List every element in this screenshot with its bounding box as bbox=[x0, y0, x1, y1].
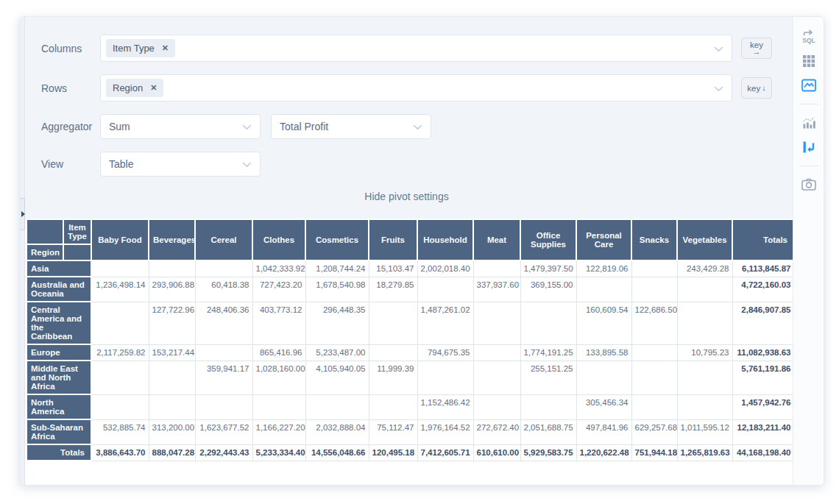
value-cell bbox=[520, 394, 576, 419]
pivot-icon[interactable] bbox=[799, 138, 818, 157]
value-cell: 629,257.68 bbox=[631, 419, 677, 444]
row-header-central-america-and-the-caribbean: Central America and the Caribbean bbox=[26, 302, 91, 344]
col-header-personal-care: Personal Care bbox=[576, 219, 631, 260]
value-cell bbox=[631, 344, 677, 361]
value-cell bbox=[91, 302, 149, 344]
panel-splitter-rail[interactable] bbox=[20, 17, 25, 485]
value-cell: 1,152,486.42 bbox=[417, 394, 473, 419]
row-total-cell: 1,457,942.76 bbox=[732, 394, 794, 419]
row-axis-label: Region bbox=[26, 244, 63, 260]
pivot-table-head: Item TypeBaby FoodBeveragesCerealClothes… bbox=[26, 219, 794, 260]
aggregator-label: Aggregator bbox=[41, 121, 100, 132]
row-header-middle-east-and-north-africa: Middle East and North Africa bbox=[26, 361, 91, 394]
value-cell bbox=[417, 277, 473, 302]
value-cell: 243,429.28 bbox=[677, 260, 732, 277]
value-cell: 122,686.50 bbox=[631, 302, 677, 344]
value-cell bbox=[149, 394, 195, 419]
column-total-cell: 3,886,643.70 bbox=[91, 444, 149, 461]
pill-remove-icon[interactable]: ✕ bbox=[150, 84, 157, 92]
pivot-builder-card: Columns Item Type ✕ key → Rows bbox=[19, 16, 824, 486]
value-cell bbox=[369, 344, 417, 361]
value-cell bbox=[576, 277, 631, 302]
row-header-sub-saharan-africa: Sub-Saharan Africa bbox=[26, 419, 91, 444]
hide-pivot-settings-link[interactable]: Hide pivot settings bbox=[41, 186, 772, 210]
col-header-meat: Meat bbox=[473, 219, 520, 260]
value-cell bbox=[305, 394, 369, 419]
rows-sort-key-button[interactable]: key ↓ bbox=[741, 77, 772, 99]
pivot-main-area: Columns Item Type ✕ key → Rows bbox=[25, 17, 793, 485]
column-total-cell: 888,047.28 bbox=[149, 444, 195, 461]
rows-dropzone[interactable]: Region ✕ bbox=[100, 74, 732, 102]
value-cell: 2,032,888.04 bbox=[305, 419, 369, 444]
value-cell: 15,103.47 bbox=[369, 260, 417, 277]
value-cell bbox=[677, 394, 732, 419]
value-cell bbox=[473, 302, 520, 344]
table-row: Asia1,042,333.921,208,744.2415,103.472,0… bbox=[26, 260, 794, 277]
value-cell: 337,937.60 bbox=[473, 277, 520, 302]
col-header-vegetables: Vegetables bbox=[677, 219, 732, 260]
key-label: key bbox=[747, 84, 760, 93]
table-row: North America1,152,486.42305,456.341,457… bbox=[26, 394, 794, 419]
row-total-cell: 5,761,191.86 bbox=[732, 361, 794, 394]
view-selected-value: Table bbox=[109, 158, 133, 170]
grand-total-cell: 44,168,198.40 bbox=[732, 444, 794, 461]
value-cell bbox=[91, 394, 149, 419]
col-header-cereal: Cereal bbox=[195, 219, 252, 260]
value-cell: 2,051,688.75 bbox=[520, 419, 576, 444]
value-cell: 5,233,487.00 bbox=[305, 344, 369, 361]
value-cell bbox=[149, 361, 195, 394]
col-header-beverages: Beverages bbox=[149, 219, 195, 260]
bar-chart-icon[interactable] bbox=[799, 113, 818, 132]
value-cell: 133,895.58 bbox=[576, 344, 631, 361]
pill-label: Region bbox=[113, 82, 143, 93]
value-cell bbox=[631, 394, 677, 419]
chevron-down-icon[interactable] bbox=[714, 82, 723, 95]
value-cell: 1,011,595.12 bbox=[677, 419, 732, 444]
camera-icon[interactable] bbox=[799, 175, 818, 194]
chevron-down-icon[interactable] bbox=[714, 42, 723, 55]
key-arrow-down-icon: ↓ bbox=[762, 85, 766, 91]
row-total-cell: 6,113,845.87 bbox=[732, 260, 794, 277]
chevron-down-icon bbox=[242, 121, 252, 132]
col-header-cosmetics: Cosmetics bbox=[305, 219, 369, 260]
columns-dropzone[interactable]: Item Type ✕ bbox=[100, 35, 732, 62]
value-cell bbox=[91, 260, 149, 277]
column-total-cell: 1,220,622.48 bbox=[576, 444, 631, 461]
value-cell: 532,885.74 bbox=[91, 419, 149, 444]
value-cell: 1,487,261.02 bbox=[417, 302, 473, 344]
value-cell: 359,941.17 bbox=[195, 361, 252, 394]
image-chart-icon[interactable] bbox=[799, 76, 818, 95]
pill-remove-icon[interactable]: ✕ bbox=[162, 44, 169, 52]
value-cell: 865,416.96 bbox=[252, 344, 305, 361]
value-cell: 75,112.47 bbox=[369, 419, 417, 444]
totals-column-header: Totals bbox=[732, 219, 794, 260]
value-cell bbox=[195, 260, 252, 277]
value-cell bbox=[576, 361, 631, 394]
value-cell bbox=[520, 302, 576, 344]
sql-icon[interactable]: SQL bbox=[799, 27, 818, 46]
columns-pill-item-type[interactable]: Item Type ✕ bbox=[106, 39, 175, 57]
aggregator-select[interactable]: Sum bbox=[100, 114, 261, 139]
column-total-cell: 2,292,443.43 bbox=[195, 444, 252, 461]
panel-collapse-handle[interactable] bbox=[19, 198, 25, 230]
table-grid-icon[interactable] bbox=[799, 52, 818, 71]
col-header-baby-food: Baby Food bbox=[91, 219, 149, 260]
value-cell: 122,819.06 bbox=[576, 260, 631, 277]
pivot-table: Item TypeBaby FoodBeveragesCerealClothes… bbox=[26, 219, 795, 461]
col-header-clothes: Clothes bbox=[252, 219, 305, 260]
value-cell: 248,406.36 bbox=[195, 302, 252, 344]
view-label: View bbox=[41, 158, 100, 170]
row-header-north-america: North America bbox=[26, 394, 91, 419]
columns-sort-key-button[interactable]: key → bbox=[741, 38, 772, 59]
pivot-settings-panel: Columns Item Type ✕ key → Rows bbox=[25, 17, 793, 219]
value-cell bbox=[677, 302, 732, 344]
rows-pill-region[interactable]: Region ✕ bbox=[106, 79, 163, 97]
view-select[interactable]: Table bbox=[100, 152, 261, 177]
value-cell bbox=[677, 361, 732, 394]
value-cell: 1,166,227.20 bbox=[252, 419, 305, 444]
value-cell: 1,042,333.92 bbox=[252, 260, 305, 277]
pivot-table-container: Item TypeBaby FoodBeveragesCerealClothes… bbox=[25, 219, 793, 485]
value-cell bbox=[473, 361, 520, 394]
aggregator-field-select[interactable]: Total Profit bbox=[271, 114, 431, 139]
value-cell: 293,906.88 bbox=[149, 277, 195, 302]
